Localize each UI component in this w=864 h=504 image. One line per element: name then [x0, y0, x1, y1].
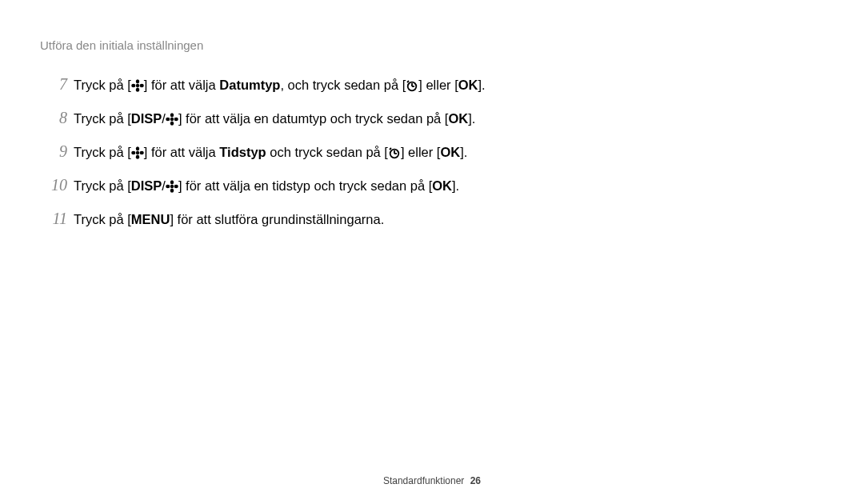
disp-label: DISP [131, 111, 162, 126]
flower-icon [166, 113, 178, 126]
step-9: 9 Tryck på [] för att välja Tidstyp och … [40, 139, 600, 164]
page-footer: Standardfunktioner 26 [0, 475, 864, 486]
step-10: 10 Tryck på [DISP/] för att välja en tid… [40, 173, 600, 198]
ok-label: OK [432, 178, 452, 193]
disp-label: DISP [131, 178, 162, 193]
step-number: 11 [40, 206, 67, 231]
timer-icon [406, 79, 418, 93]
ok-label: OK [440, 145, 460, 159]
step-8: 8 Tryck på [DISP/] för att välja en datu… [40, 106, 600, 130]
step-text: Tryck på [DISP/] för att välja en tidsty… [74, 176, 600, 197]
flower-icon [131, 79, 144, 93]
footer-page: 26 [470, 475, 481, 486]
header-title: Utföra den initiala inställningen [40, 38, 203, 52]
step-number: 9 [40, 139, 67, 164]
step-text: Tryck på [] för att välja Datumtyp, och … [74, 75, 600, 96]
step-number: 10 [40, 173, 67, 198]
flower-icon [166, 180, 178, 194]
footer-section: Standardfunktioner [383, 475, 464, 486]
ok-label: OK [458, 78, 478, 92]
step-text: Tryck på [] för att välja Tidstyp och tr… [74, 142, 600, 163]
step-number: 8 [40, 106, 67, 130]
step-7: 7 Tryck på [] för att välja Datumtyp, oc… [40, 72, 600, 97]
menu-label: MENU [131, 212, 170, 226]
page-header: Utföra den initiala inställningen [40, 38, 203, 52]
timer-icon [388, 146, 401, 160]
step-text: Tryck på [MENU] för att slutföra grundin… [74, 210, 600, 230]
ok-label: OK [448, 111, 468, 126]
step-text: Tryck på [DISP/] för att välja en datumt… [74, 109, 600, 130]
step-number: 7 [40, 72, 67, 97]
steps-list: 7 Tryck på [] för att välja Datumtyp, oc… [40, 72, 600, 240]
flower-icon [131, 146, 144, 160]
step-11: 11 Tryck på [MENU] för att slutföra grun… [40, 206, 600, 231]
